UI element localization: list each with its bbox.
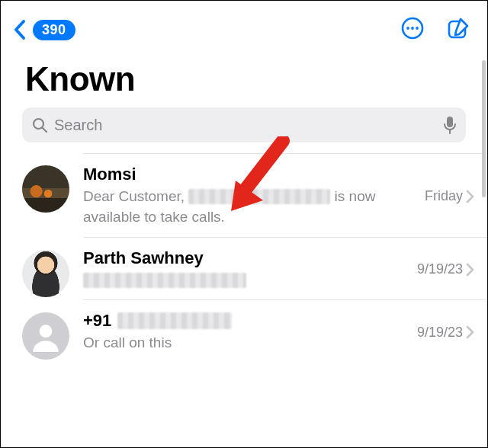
more-button[interactable] [400,16,425,43]
conversation-row[interactable]: Momsi Dear Customer, is now available to… [22,153,487,238]
page-title: Known [1,51,487,107]
chevron-right-icon [466,190,475,203]
unread-badge: 390 [33,20,75,40]
more-icon [400,16,425,40]
svg-rect-7 [447,117,453,127]
conversation-list: Momsi Dear Customer, is now available to… [1,153,487,363]
timestamp: 9/19/23 [417,325,463,341]
svg-line-6 [43,128,47,133]
message-preview: Dear Customer, is now available to take … [83,186,425,226]
chevron-right-icon [466,325,475,339]
svg-point-2 [411,27,414,30]
svg-point-9 [40,325,53,338]
svg-point-3 [416,27,419,30]
compose-icon [446,16,470,40]
compose-button[interactable] [446,16,470,43]
chevron-right-icon [466,263,475,277]
back-button[interactable]: 390 [13,19,75,40]
search-field[interactable] [22,107,466,142]
conversation-row[interactable]: Parth Sawhney 9/19/23 [22,238,487,300]
timestamp: 9/19/23 [417,261,463,277]
contact-name: +91 [83,311,417,331]
scrollbar[interactable] [482,60,486,197]
avatar [22,250,69,297]
conversation-row[interactable]: +91 Or call on this 9/19/23 [22,300,487,363]
dictation-icon[interactable] [443,115,457,135]
avatar [22,312,69,360]
search-input[interactable] [54,117,437,134]
person-icon [30,320,62,352]
message-preview [83,270,417,289]
search-icon [31,117,48,133]
message-preview: Or call on this [83,332,417,353]
svg-point-1 [406,27,409,30]
timestamp: Friday [425,188,463,204]
contact-name: Momsi [83,165,425,184]
chevron-left-icon [13,19,28,40]
avatar [22,165,69,213]
contact-name: Parth Sawhney [83,248,417,268]
